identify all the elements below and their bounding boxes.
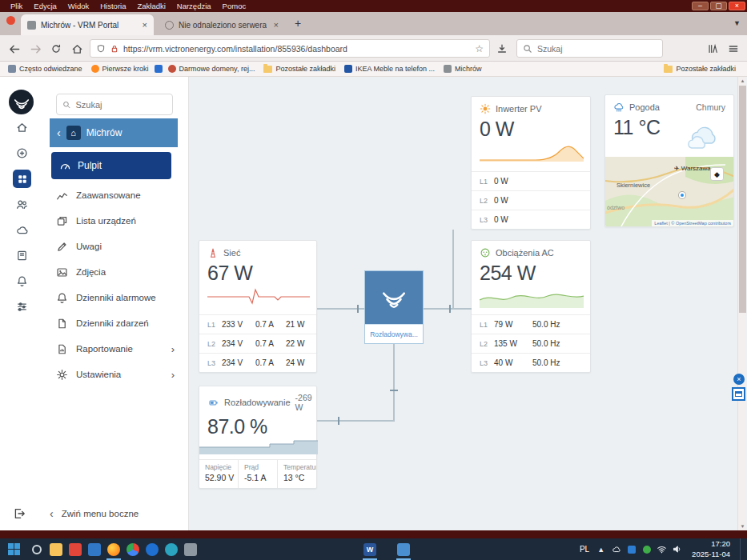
show-desktop-button[interactable] bbox=[740, 538, 744, 560]
menu-pomoc[interactable]: Pomoc bbox=[217, 2, 252, 10]
tab-close-icon[interactable]: × bbox=[143, 20, 147, 30]
menu-zakladki[interactable]: Zakładki bbox=[131, 2, 171, 10]
page-scrollbar[interactable]: ▲ ▼ bbox=[737, 77, 746, 530]
taskbar-app-teal-icon[interactable] bbox=[162, 538, 181, 560]
onedrive-cloud-icon[interactable] bbox=[611, 544, 621, 554]
installations-grid-icon[interactable] bbox=[13, 170, 31, 188]
wifi-icon[interactable] bbox=[657, 544, 667, 554]
taskbar-search-icon[interactable] bbox=[27, 538, 46, 560]
taskbar-firefox-icon[interactable] bbox=[104, 538, 123, 560]
scroll-down-icon[interactable]: ▼ bbox=[738, 522, 747, 530]
close-button[interactable]: × bbox=[729, 2, 745, 10]
add-installation-icon[interactable] bbox=[13, 144, 31, 162]
address-bar[interactable]: ☆ bbox=[90, 39, 490, 58]
vrm-sidebar: ‹ ⌂ Michrów Pulpit Zaawansowane Lista ur… bbox=[0, 77, 189, 530]
library-button[interactable] bbox=[705, 42, 721, 56]
bookmark-item[interactable]: Często odwiedzane bbox=[5, 65, 86, 73]
card-battery[interactable]: Rozładowywanie -269 W 87.0 % Napięcie52.… bbox=[199, 386, 317, 489]
menu-plik[interactable]: Plik bbox=[5, 2, 28, 10]
system-node[interactable]: Rozładowywa... bbox=[364, 270, 424, 344]
sidebar-item-pulpit[interactable]: Pulpit bbox=[51, 152, 171, 179]
volume-icon[interactable] bbox=[672, 544, 682, 554]
scrollbar-thumb[interactable] bbox=[739, 86, 746, 313]
taskbar-app-gray-icon[interactable] bbox=[181, 538, 200, 560]
taskbar-app-red-icon[interactable] bbox=[66, 538, 85, 560]
victron-logo[interactable] bbox=[9, 90, 34, 114]
outlet-icon bbox=[480, 247, 491, 258]
search-input[interactable] bbox=[537, 44, 657, 54]
downloads-button[interactable] bbox=[494, 42, 510, 56]
taskbar-clock[interactable]: 17:20 2025-11-04 bbox=[687, 539, 735, 559]
notifications-bell-icon[interactable] bbox=[13, 272, 31, 290]
tray-app-green-icon[interactable] bbox=[641, 544, 652, 554]
menu-edycja[interactable]: Edycja bbox=[28, 2, 62, 10]
card-pv-inverter[interactable]: Inwerter PV 0 W L10 W L20 W L30 W bbox=[471, 96, 591, 230]
sidebar-item-zdjecia[interactable]: Zdjęcia bbox=[51, 259, 179, 285]
home-icon[interactable] bbox=[13, 118, 31, 137]
menu-historia[interactable]: Historia bbox=[94, 2, 131, 10]
sidebar-item-lista-urzadzen[interactable]: Lista urządzeń bbox=[51, 208, 179, 234]
taskbar-chrome-icon[interactable] bbox=[123, 538, 143, 560]
menu-narzedzia[interactable]: Narzędzia bbox=[171, 2, 217, 10]
shield-icon[interactable] bbox=[96, 44, 106, 54]
taskbar-folder-icon[interactable] bbox=[46, 538, 66, 560]
weather-map[interactable]: ✈Warszawa Skierniewice ództwo ◆ Leaflet … bbox=[605, 157, 733, 226]
minimize-button[interactable]: – bbox=[692, 2, 709, 10]
new-tab-button[interactable]: + bbox=[295, 18, 301, 29]
maximize-button[interactable]: ▢ bbox=[710, 2, 727, 10]
taskbar-word-icon[interactable]: W bbox=[360, 538, 380, 560]
collapse-sidebar-button[interactable]: ‹ Zwiń menu boczne bbox=[0, 502, 189, 525]
bookmark-icon-blue[interactable] bbox=[155, 65, 163, 73]
url-input[interactable] bbox=[123, 44, 471, 54]
back-button[interactable] bbox=[6, 42, 22, 56]
sidebar-search[interactable] bbox=[56, 94, 173, 115]
language-indicator[interactable]: PL bbox=[578, 545, 591, 554]
users-icon[interactable] bbox=[13, 195, 31, 214]
tab-list-chevron-icon[interactable]: ▼ bbox=[733, 19, 741, 27]
bookmark-item[interactable]: IKEA Meble na telefon ... bbox=[341, 65, 438, 73]
taskbar-edge-icon[interactable] bbox=[143, 538, 162, 560]
start-button[interactable] bbox=[0, 538, 27, 560]
bookmark-item[interactable]: Michrów bbox=[440, 65, 485, 73]
back-chevron-icon[interactable]: ‹ bbox=[57, 126, 61, 139]
sidebar-item-zaawansowane[interactable]: Zaawansowane bbox=[51, 182, 179, 208]
sidebar-item-dzienniki-zdarzen[interactable]: Dzienniki zdarzeń bbox=[51, 310, 179, 336]
map-navigate-button[interactable]: ◆ bbox=[710, 167, 724, 181]
card-weather[interactable]: Pogoda Chmury 11 °C ✈Warszawa Skierniewi bbox=[604, 94, 734, 227]
card-grid[interactable]: Sieć 67 W L1233 V0.7 A21 W L2234 V0.7 A2… bbox=[199, 240, 317, 373]
bookmark-item[interactable]: Pierwsze kroki bbox=[88, 65, 152, 73]
overlay-close-icon[interactable]: × bbox=[733, 374, 745, 385]
reader-extension-icon[interactable] bbox=[732, 387, 745, 401]
tab-vrm-portal[interactable]: Michrów - VRM Portal × bbox=[21, 14, 154, 35]
search-bar[interactable] bbox=[516, 39, 663, 58]
preferences-sliders-icon[interactable] bbox=[13, 298, 31, 316]
installation-header[interactable]: ‹ ⌂ Michrów bbox=[50, 118, 178, 147]
card-ac-loads[interactable]: Obciążenia AC 254 W L179 W50.0 Hz L2135 … bbox=[471, 240, 591, 373]
sidebar-item-ustawienia[interactable]: Ustawienia › bbox=[51, 362, 179, 387]
tray-app-blue-icon[interactable] bbox=[626, 544, 637, 554]
bookmark-star-icon[interactable]: ☆ bbox=[475, 43, 484, 54]
pencil-icon bbox=[56, 241, 69, 253]
bookmark-folder[interactable]: Pozostałe zakładki bbox=[260, 65, 339, 73]
home-button[interactable] bbox=[69, 42, 85, 56]
menu-widok[interactable]: Widok bbox=[62, 2, 94, 10]
sidebar-search-input[interactable] bbox=[75, 100, 167, 110]
scroll-up-icon[interactable]: ▲ bbox=[738, 77, 747, 85]
cloud-icon[interactable] bbox=[13, 221, 31, 239]
reload-button[interactable] bbox=[48, 42, 64, 56]
hamburger-menu-icon[interactable] bbox=[725, 42, 741, 56]
connector-battery-line-vertical bbox=[393, 344, 395, 421]
tab-close-icon[interactable]: × bbox=[274, 20, 279, 30]
lock-icon[interactable] bbox=[110, 44, 119, 54]
sidebar-item-dzienniki-alarmowe[interactable]: Dzienniki alarmowe bbox=[51, 285, 179, 310]
sidebar-item-raportowanie[interactable]: Raportowanie › bbox=[51, 336, 179, 362]
tray-expand-icon[interactable]: ▲ bbox=[596, 544, 606, 554]
taskbar-app-blue-icon[interactable] bbox=[85, 538, 104, 560]
sidebar-item-uwagi[interactable]: Uwagi bbox=[51, 234, 179, 259]
forward-button[interactable] bbox=[27, 42, 43, 56]
other-bookmarks[interactable]: Pozostałe zakładki bbox=[664, 65, 742, 73]
tab-server-not-found[interactable]: Nie odnaleziono serwera × bbox=[159, 14, 285, 35]
documentation-icon[interactable] bbox=[13, 246, 31, 265]
taskbar-app-open-icon[interactable] bbox=[394, 538, 413, 560]
bookmark-item[interactable]: Darmowe domeny, rej... bbox=[165, 65, 259, 73]
